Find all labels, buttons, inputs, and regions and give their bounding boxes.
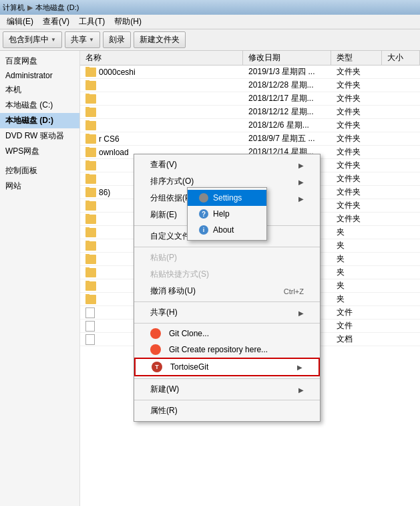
ctx-left: Git Clone... xyxy=(150,328,209,339)
file-name-cell: 0000ceshi xyxy=(80,67,243,78)
ctx-item-label: 粘贴快捷方式(S) xyxy=(150,269,209,280)
sidebar-item-dvd[interactable]: DVD RW 驱动器 xyxy=(0,128,79,144)
sidebar-item-administrator[interactable]: Administrator xyxy=(0,69,79,82)
toolbar-new-folder[interactable]: 新建文件夹 xyxy=(134,31,186,48)
file-size xyxy=(382,138,420,140)
folder-icon xyxy=(85,241,96,251)
sidebar-item-website[interactable]: 网站 xyxy=(0,178,79,194)
file-size xyxy=(382,312,420,313)
ctx-left: 查看(V) xyxy=(150,159,177,170)
context-menu-item-properties[interactable]: 属性(R) xyxy=(134,402,320,419)
ctx-item-label: 撤消 移动(U) xyxy=(150,285,196,297)
file-size xyxy=(382,165,420,166)
toolbar-include-library-label: 包含到库中 xyxy=(9,34,49,45)
ctx-arrow: ▶ xyxy=(298,195,304,203)
menu-edit[interactable]: 编辑(E) xyxy=(3,15,37,29)
sidebar-item-baidu[interactable]: 百度网盘 xyxy=(0,53,79,69)
toolbar-include-library[interactable]: 包含到库中 ▼ xyxy=(3,31,62,48)
context-menu-item-tortoisegit[interactable]: TTortoiseGit ▶ xyxy=(134,358,320,376)
file-size xyxy=(382,85,420,86)
file-row[interactable]: 2018/12/6 星期... 文件夹 xyxy=(80,119,420,132)
file-row[interactable]: 2018/12/12 星期... 文件夹 xyxy=(80,106,420,119)
folder-icon xyxy=(85,281,96,291)
file-type: 文件夹 xyxy=(331,79,382,92)
context-menu-separator xyxy=(134,301,320,302)
ctx-right: ▶ xyxy=(298,160,304,170)
context-menu-item-undo[interactable]: 撤消 移动(U) Ctrl+Z xyxy=(134,283,320,299)
about-icon: i xyxy=(199,225,208,235)
ctx-item-label: 粘贴(P) xyxy=(150,252,177,263)
ctx-left: 新建(W) xyxy=(150,384,179,395)
context-menu-item-git-clone[interactable]: Git Clone... xyxy=(134,326,320,342)
file-size xyxy=(382,232,420,233)
title-part-1: 计算机 xyxy=(3,3,25,13)
file-size xyxy=(382,152,420,153)
file-row[interactable]: 0000ceshi 2019/1/3 星期四 ... 文件夹 xyxy=(80,66,420,79)
submenu-item-about[interactable]: i About xyxy=(188,222,266,238)
submenu-item-help[interactable]: ? Help xyxy=(188,206,266,222)
sidebar-item-wps[interactable]: WPS网盘 xyxy=(0,144,79,159)
toolbar-burn-label: 刻录 xyxy=(109,34,125,45)
sidebar-item-drive-d[interactable]: 本地磁盘 (D:) xyxy=(0,113,79,128)
toolbar-share[interactable]: 共享 ▼ xyxy=(65,31,100,48)
file-type: 文件夹 xyxy=(331,172,382,185)
settings-icon xyxy=(199,193,208,203)
menu-tools[interactable]: 工具(T) xyxy=(75,15,109,29)
file-type: 夹 xyxy=(331,279,382,292)
ctx-item-label: 属性(R) xyxy=(150,405,178,416)
folder-icon xyxy=(85,161,96,170)
menu-view[interactable]: 查看(V) xyxy=(39,15,73,29)
folder-icon xyxy=(85,215,96,224)
share-dropdown-arrow: ▼ xyxy=(89,37,94,43)
file-size xyxy=(382,259,420,260)
menu-bar: 编辑(E) 查看(V) 工具(T) 帮助(H) xyxy=(0,15,420,29)
file-type: 夹 xyxy=(331,293,382,305)
folder-icon xyxy=(85,108,96,117)
file-row[interactable]: r CS6 2018/9/7 星期五 ... 文件夹 xyxy=(80,132,420,146)
sidebar: 百度网盘 Administrator 本机 本地磁盘 (C:) 本地磁盘 (D:… xyxy=(0,51,80,506)
ctx-item-label: 新建(W) xyxy=(150,384,179,395)
ctx-right: ▶ xyxy=(298,194,304,203)
sidebar-item-computer[interactable]: 本机 xyxy=(0,82,79,98)
ctx-left: 粘贴(P) xyxy=(150,252,177,263)
context-menu-separator xyxy=(134,378,320,379)
file-icon xyxy=(85,334,95,345)
file-name-cell xyxy=(80,107,243,118)
ctx-item-label: 排序方式(O) xyxy=(150,176,194,187)
col-header-type[interactable]: 类型 xyxy=(331,51,382,65)
toolbar-burn[interactable]: 刻录 xyxy=(103,31,131,48)
ctx-left: 撤消 移动(U) xyxy=(150,285,196,297)
file-row[interactable]: 2018/12/17 星期... 文件夹 xyxy=(80,92,420,106)
file-size xyxy=(382,285,420,287)
file-name: 86) xyxy=(99,188,110,197)
context-menu-item-share[interactable]: 共享(H) ▶ xyxy=(134,304,320,321)
sidebar-item-drive-c[interactable]: 本地磁盘 (C:) xyxy=(0,98,79,113)
context-menu-item-git-create[interactable]: Git Create repository here... xyxy=(134,342,320,358)
ctx-right: ▶ xyxy=(298,385,304,394)
explorer-window: 计算机 ▶ 本地磁盘 (D:) 编辑(E) 查看(V) 工具(T) 帮助(H) … xyxy=(0,0,420,506)
file-name-cell xyxy=(80,94,243,104)
col-header-name[interactable]: 名称 xyxy=(80,51,243,65)
context-menu-separator xyxy=(134,400,320,400)
ctx-left: Git Create repository here... xyxy=(150,344,268,355)
submenu-item-label: Settings xyxy=(213,193,242,203)
submenu-icon: ? xyxy=(198,209,209,219)
file-name-cell: r CS6 xyxy=(80,134,243,144)
file-size xyxy=(382,125,420,126)
file-row[interactable]: 2018/12/28 星期... 文件夹 xyxy=(80,79,420,92)
ctx-item-label: 刷新(E) xyxy=(150,209,177,221)
file-size xyxy=(382,219,420,220)
menu-help[interactable]: 帮助(H) xyxy=(110,15,146,29)
file-type: 文件夹 xyxy=(331,146,382,158)
context-menu-item-view[interactable]: 查看(V) ▶ xyxy=(134,156,320,173)
sidebar-item-control-panel[interactable]: 控制面板 xyxy=(0,163,79,178)
folder-icon xyxy=(85,295,96,304)
file-size xyxy=(382,272,420,273)
submenu-icon: i xyxy=(198,225,209,235)
submenu-item-settings[interactable]: Settings xyxy=(188,190,266,206)
col-header-size[interactable]: 大小 xyxy=(382,51,420,65)
context-menu-item-new[interactable]: 新建(W) ▶ xyxy=(134,381,320,398)
folder-icon xyxy=(85,121,96,130)
col-header-date[interactable]: 修改日期 xyxy=(243,51,331,65)
ctx-left: 属性(R) xyxy=(150,405,178,416)
